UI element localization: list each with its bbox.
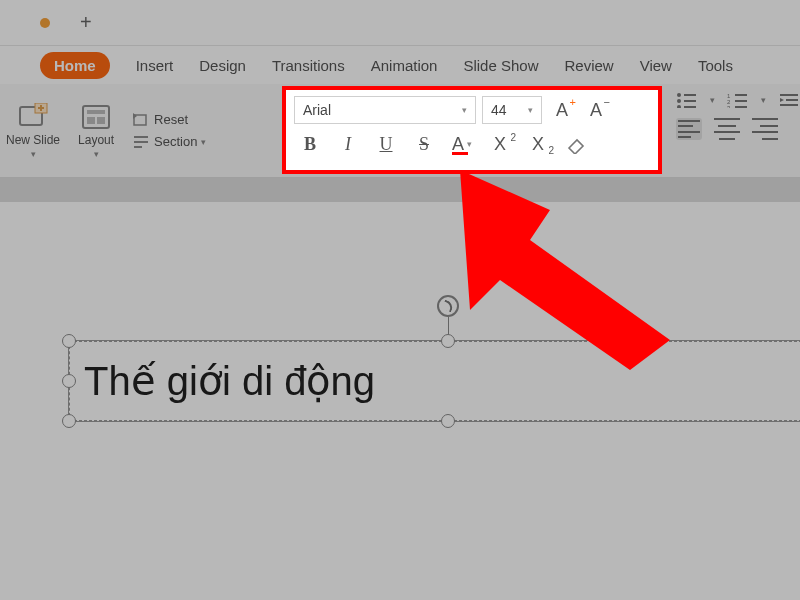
svg-point-14 — [677, 99, 681, 103]
svg-rect-4 — [83, 106, 109, 128]
svg-rect-6 — [87, 117, 95, 124]
strikethrough-button[interactable]: S — [412, 132, 436, 156]
resize-handle[interactable] — [441, 414, 455, 428]
align-left-button[interactable] — [676, 118, 702, 140]
resize-handle[interactable] — [62, 334, 76, 348]
app-window: + Home Insert Design Transitions Animati… — [0, 0, 800, 600]
font-group-highlighted: Arial ▾ 44 ▾ A + A − B I U — [282, 86, 662, 174]
font-size-value: 44 — [491, 102, 507, 118]
reset-button[interactable]: Reset — [132, 112, 206, 128]
dropdown-caret-icon[interactable]: ▾ — [462, 105, 467, 115]
new-slide-icon — [17, 103, 49, 131]
numbering-button[interactable]: 123 — [727, 92, 749, 108]
resize-handle[interactable] — [441, 334, 455, 348]
rotate-handle-icon[interactable] — [437, 295, 459, 317]
section-label: Section — [154, 134, 197, 149]
eraser-icon — [565, 134, 587, 154]
tab-home[interactable]: Home — [40, 52, 110, 79]
tab-view[interactable]: View — [640, 57, 672, 74]
italic-button[interactable]: I — [336, 132, 360, 156]
subscript-label: X — [532, 134, 544, 155]
font-color-swatch — [452, 152, 468, 155]
resize-handle[interactable] — [62, 414, 76, 428]
superscript-label: X — [494, 134, 506, 155]
layout-icon — [80, 103, 112, 131]
reset-label: Reset — [154, 112, 188, 127]
underline-button[interactable]: U — [374, 132, 398, 156]
layout-button[interactable]: Layout ▾ — [78, 103, 114, 159]
tab-insert[interactable]: Insert — [136, 57, 174, 74]
font-name-value: Arial — [303, 102, 331, 118]
svg-rect-5 — [87, 110, 105, 114]
new-tab-button[interactable]: + — [80, 11, 92, 34]
paragraph-group: ▾ 123 ▾ — [676, 92, 800, 140]
svg-rect-7 — [97, 117, 105, 124]
tab-review[interactable]: Review — [564, 57, 613, 74]
dropdown-caret-icon[interactable]: ▾ — [761, 95, 766, 105]
bold-button[interactable]: B — [298, 132, 322, 156]
ribbon-tabs: Home Insert Design Transitions Animation… — [0, 46, 800, 84]
font-color-button[interactable]: A ▾ — [450, 132, 474, 156]
superscript-button[interactable]: X 2 — [488, 132, 512, 156]
stage-gutter — [0, 178, 800, 202]
tab-design[interactable]: Design — [199, 57, 246, 74]
dropdown-caret-icon[interactable]: ▾ — [710, 95, 715, 105]
tab-slideshow[interactable]: Slide Show — [463, 57, 538, 74]
section-icon — [132, 134, 150, 150]
shrink-font-button[interactable]: A − — [582, 96, 610, 124]
align-center-button[interactable] — [714, 118, 740, 140]
tab-animation[interactable]: Animation — [371, 57, 438, 74]
title-text-box[interactable]: Thế giới di động — [68, 340, 800, 422]
dropdown-caret-icon[interactable]: ▾ — [528, 105, 533, 115]
clear-formatting-button[interactable] — [564, 132, 588, 156]
resize-handle[interactable] — [62, 374, 76, 388]
svg-point-16 — [677, 105, 681, 108]
title-text[interactable]: Thế giới di động — [69, 341, 800, 421]
rotate-handle-stem — [448, 317, 449, 335]
slide-misc-group: Reset Section ▾ — [132, 112, 206, 150]
reset-icon — [132, 112, 150, 128]
section-button[interactable]: Section ▾ — [132, 134, 206, 150]
new-slide-button[interactable]: New Slide ▾ — [6, 103, 60, 159]
align-right-button[interactable] — [752, 118, 778, 140]
dropdown-caret-icon: ▾ — [94, 149, 99, 159]
svg-point-12 — [677, 93, 681, 97]
tab-transitions[interactable]: Transitions — [272, 57, 345, 74]
font-size-combo[interactable]: 44 ▾ — [482, 96, 542, 124]
font-name-combo[interactable]: Arial ▾ — [294, 96, 476, 124]
document-modified-dot-icon — [40, 18, 50, 28]
title-bar: + — [0, 0, 800, 46]
dropdown-caret-icon[interactable]: ▾ — [467, 139, 472, 149]
bullets-button[interactable] — [676, 92, 698, 108]
indent-button[interactable] — [778, 92, 800, 108]
grow-font-button[interactable]: A + — [548, 96, 576, 124]
new-slide-label: New Slide — [6, 133, 60, 147]
slide-canvas[interactable]: Thế giới di động — [0, 202, 800, 600]
layout-label: Layout — [78, 133, 114, 147]
subscript-button[interactable]: X 2 — [526, 132, 550, 156]
grow-font-label: A — [556, 100, 568, 121]
tab-tools[interactable]: Tools — [698, 57, 733, 74]
shrink-font-label: A — [590, 100, 602, 121]
svg-text:3: 3 — [727, 105, 731, 108]
dropdown-caret-icon: ▾ — [201, 137, 206, 147]
dropdown-caret-icon: ▾ — [31, 149, 36, 159]
ribbon-body: New Slide ▾ Layout ▾ Reset Secti — [0, 84, 800, 178]
